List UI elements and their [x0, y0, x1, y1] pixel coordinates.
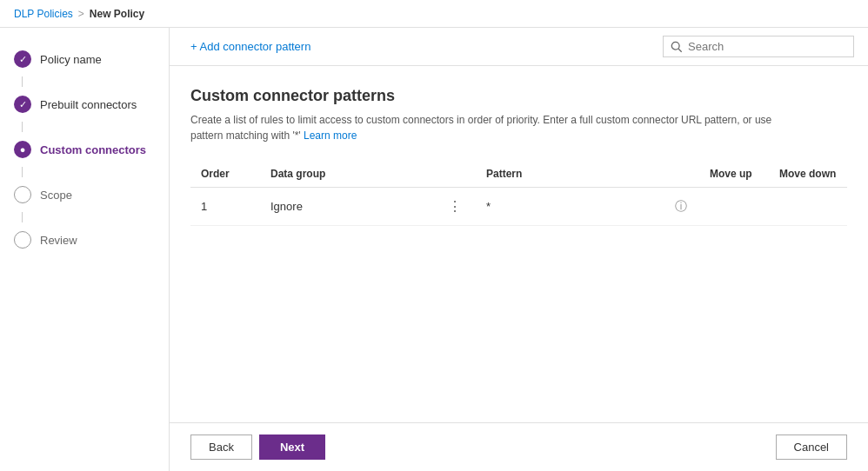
checkmark-icon: ✓ — [19, 54, 27, 65]
step-circle-policy-name: ✓ — [14, 50, 31, 68]
sidebar-item-custom-connectors[interactable]: ● Custom connectors — [0, 132, 169, 167]
back-button[interactable]: Back — [190, 435, 252, 460]
step-circle-review — [14, 231, 31, 249]
col-header-movedown: Move down — [769, 161, 847, 188]
sidebar-item-scope[interactable]: Scope — [0, 177, 169, 212]
main-layout: ✓ Policy name ✓ Prebuilt connectors ● Cu… — [0, 28, 868, 471]
step-connector-1 — [22, 76, 23, 87]
col-header-actions — [434, 161, 476, 188]
page-description: Create a list of rules to limit access t… — [190, 112, 799, 143]
sidebar-label-review: Review — [40, 234, 77, 247]
top-bar: DLP Policies > New Policy — [0, 0, 868, 28]
step-circle-prebuilt: ✓ — [14, 96, 31, 113]
add-connector-pattern-button[interactable]: + Add connector pattern — [184, 36, 317, 56]
svg-line-1 — [678, 49, 682, 52]
cell-datagroup: Ignore — [260, 188, 434, 226]
cell-order: 1 — [190, 188, 260, 226]
step-circle-custom: ● — [14, 141, 31, 158]
cell-moveup — [699, 188, 769, 226]
col-header-datagroup: Data group — [260, 161, 434, 188]
footer: Back Next Cancel — [170, 422, 868, 471]
sidebar-label-prebuilt: Prebuilt connectors — [40, 98, 137, 111]
content-area: + Add connector pattern Custom connector… — [170, 28, 868, 471]
sidebar-label-policy-name: Policy name — [40, 53, 102, 66]
toolbar-left: + Add connector pattern — [184, 36, 317, 56]
col-header-order: Order — [190, 161, 260, 188]
cell-info: ⓘ — [664, 188, 699, 226]
search-box[interactable] — [663, 36, 854, 57]
breadcrumb-current: New Policy — [90, 8, 144, 20]
breadcrumb-separator: > — [78, 8, 84, 20]
col-header-pattern: Pattern — [476, 161, 664, 188]
step-connector-3 — [22, 167, 23, 177]
next-button[interactable]: Next — [259, 435, 325, 460]
sidebar-label-scope: Scope — [40, 189, 72, 202]
learn-more-link[interactable]: Learn more — [304, 129, 357, 142]
search-icon — [671, 41, 683, 53]
sidebar-item-prebuilt-connectors[interactable]: ✓ Prebuilt connectors — [0, 87, 169, 122]
sidebar-label-custom: Custom connectors — [40, 143, 146, 156]
page-title: Custom connector patterns — [190, 87, 847, 105]
footer-left-buttons: Back Next — [190, 435, 325, 460]
search-input[interactable] — [688, 40, 846, 53]
table-header-row: Order Data group Pattern Move up Move do… — [190, 161, 847, 188]
page-desc-text: Create a list of rules to limit access t… — [190, 114, 771, 142]
cell-pattern: * — [476, 188, 664, 226]
step-connector-4 — [22, 212, 23, 222]
col-header-moveup: Move up — [699, 161, 769, 188]
toolbar: + Add connector pattern — [170, 28, 868, 66]
page-content: Custom connector patterns Create a list … — [170, 66, 868, 422]
cell-movedown — [769, 188, 847, 226]
cell-dots: ⋮ — [434, 188, 476, 226]
breadcrumb-parent[interactable]: DLP Policies — [14, 8, 73, 20]
checkmark-icon-2: ✓ — [19, 99, 27, 110]
connector-patterns-table: Order Data group Pattern Move up Move do… — [190, 161, 847, 226]
sidebar: ✓ Policy name ✓ Prebuilt connectors ● Cu… — [0, 28, 170, 471]
sidebar-item-policy-name[interactable]: ✓ Policy name — [0, 42, 169, 76]
step-connector-2 — [22, 122, 23, 132]
cancel-button[interactable]: Cancel — [776, 435, 847, 460]
col-header-info — [664, 161, 699, 188]
info-icon[interactable]: ⓘ — [675, 199, 687, 213]
sidebar-item-review[interactable]: Review — [0, 222, 169, 257]
step-number-custom: ● — [20, 144, 26, 155]
row-actions-button[interactable]: ⋮ — [444, 196, 465, 216]
step-circle-scope — [14, 186, 31, 203]
svg-point-0 — [671, 42, 679, 50]
table-row: 1 Ignore ⋮ * ⓘ — [190, 188, 847, 226]
